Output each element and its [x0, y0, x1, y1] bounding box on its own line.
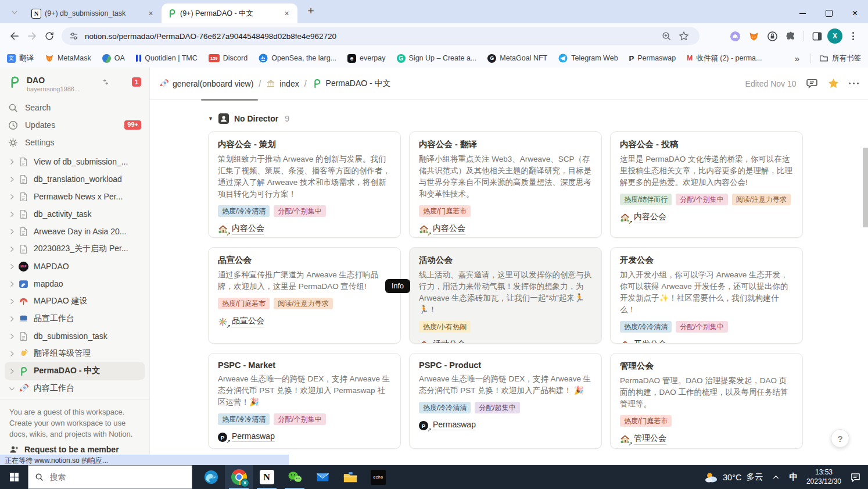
taskbar-search[interactable]: [28, 465, 192, 489]
bookmark-item[interactable]: M收件箱 (2) - perma...: [687, 53, 762, 63]
back-button[interactable]: [6, 27, 23, 45]
taskbar-app-chrome[interactable]: X: [225, 465, 253, 489]
more-options-icon[interactable]: [849, 83, 859, 85]
help-button[interactable]: ?: [831, 429, 849, 448]
window-close-button[interactable]: ×: [842, 3, 868, 23]
taskbar-app-echo[interactable]: echo: [364, 465, 392, 489]
bookmark-item[interactable]: MetaMask: [45, 53, 91, 63]
profile-avatar[interactable]: X: [827, 28, 842, 44]
taskbar-search-input[interactable]: [49, 472, 167, 482]
taskbar-app-notion[interactable]: N: [253, 465, 281, 489]
bookmark-item[interactable]: GSign Up – Create a...: [397, 54, 477, 63]
metamask-extension-button[interactable]: [745, 28, 762, 44]
breadcrumb-item[interactable]: general(onboard view): [159, 79, 253, 88]
sidebar-page-item[interactable]: 品宣工作台: [5, 310, 145, 327]
sidebar-page-item[interactable]: 20230823_关于启动 Per...: [5, 240, 145, 258]
sidebar-item-updates[interactable]: Updates 99+: [0, 116, 149, 134]
board-card[interactable]: 内容公会 - 策划 策划组致力于推动 Arweave 的创新与发展。我们汇集了视…: [208, 131, 401, 238]
card-page-link[interactable]: ↗ 内容公会: [620, 212, 793, 223]
tab-close-icon[interactable]: ×: [282, 9, 292, 19]
sidebar-page-item[interactable]: mapdao: [5, 275, 145, 292]
sidebar-item-settings[interactable]: Settings: [0, 134, 149, 151]
favorite-star-icon[interactable]: [827, 77, 840, 90]
bookmark-item[interactable]: GMetaGoal NFT: [487, 54, 547, 63]
card-page-link[interactable]: ↗ 管理公会: [620, 433, 793, 445]
comments-icon[interactable]: [806, 77, 818, 90]
bookmark-item[interactable]: Quotidien | TMC: [136, 54, 198, 62]
sidebar-page-item[interactable]: View of db_submission_...: [5, 153, 145, 170]
tray-expand-icon[interactable]: [772, 473, 780, 481]
ime-indicator[interactable]: 中: [789, 472, 798, 483]
zoom-button[interactable]: [658, 27, 675, 45]
phantom-extension-button[interactable]: [727, 28, 743, 44]
taskbar-app-mail[interactable]: [309, 465, 336, 489]
vertical-scrollbar-thumb[interactable]: [863, 148, 868, 227]
board-card[interactable]: 管理公会 PermaDAO 管理。DAO 治理提案发起，DAO 页面的构建，DA…: [610, 353, 803, 449]
sidebar-page-item[interactable]: 内容工作台: [5, 380, 145, 397]
sidebar-page-item-selected[interactable]: PermaDAO - 中文: [5, 362, 145, 380]
card-page-link[interactable]: ↗ 开发公会: [620, 339, 793, 344]
board-card[interactable]: 内容公会 - 翻译 翻译小组将重点关注 Web3、Arweave、SCP（存储共…: [409, 131, 602, 238]
board-card[interactable]: 品宣公会 通过多种宣传推广渠道为 Arweave 生态打响品牌，欢迎加入，这里是…: [208, 247, 401, 344]
tab-close-icon[interactable]: ×: [146, 9, 156, 19]
taskbar-app-file-explorer[interactable]: [336, 465, 364, 489]
window-minimize-button[interactable]: [790, 3, 816, 23]
sidebar-item-search[interactable]: Search: [0, 99, 149, 116]
bookmarks-overflow-button[interactable]: »: [795, 53, 799, 63]
board-card[interactable]: 开发公会 加入开发小组，你可以学习 Arweave 生态开发，你可以获得 Arw…: [610, 247, 803, 344]
card-page-link[interactable]: ↗ 内容公会: [419, 223, 592, 235]
sidebar-page-item[interactable]: db_activity_task: [5, 205, 145, 223]
bookmark-item[interactable]: eeverpay: [347, 54, 385, 63]
extensions-button[interactable]: [783, 28, 799, 44]
sidebar-page-item[interactable]: MAPDAO 建设: [5, 292, 145, 310]
browser-tab-inactive[interactable]: N (9+) db_submission_task ×: [26, 3, 162, 23]
action-center-icon[interactable]: [850, 472, 861, 483]
bookmark-item[interactable]: Telegram Web: [558, 53, 618, 63]
password-extension-button[interactable]: [764, 28, 780, 44]
tab-search-button[interactable]: [7, 5, 22, 20]
bookmark-item[interactable]: 159Discord: [209, 54, 248, 62]
link-arrow-icon: ↗: [226, 439, 231, 444]
taskbar-weather[interactable]: 30°C 多云: [704, 470, 763, 484]
new-tab-button[interactable]: +: [303, 3, 318, 19]
sidebar-page-item[interactable]: Arweave Day in Asia 20...: [5, 223, 145, 240]
taskbar-app-edge[interactable]: [197, 465, 225, 489]
sidebar-page-item[interactable]: 翻译组等级管理: [5, 345, 145, 362]
breadcrumb-item[interactable]: index: [266, 79, 299, 88]
clock[interactable]: 13:53 2023/12/30: [806, 468, 841, 486]
sidebar-page-item[interactable]: db_submission_task: [5, 327, 145, 345]
browser-menu-button[interactable]: [845, 28, 861, 44]
all-bookmarks-button[interactable]: 所有书签: [810, 53, 861, 63]
sidebar-page-item[interactable]: db_translation_workload: [5, 170, 145, 188]
reload-button[interactable]: [41, 27, 58, 45]
sidebar-page-item[interactable]: Permaweb News x Per...: [5, 188, 145, 205]
card-page-link[interactable]: ↗ 活动公会: [419, 339, 592, 344]
board-card[interactable]: PSPC - Product Arweave 生态唯一的跨链 DEX，支持 Ar…: [409, 353, 602, 449]
browser-tab-active[interactable]: (9+) PermaDAO - 中文 ×: [162, 3, 297, 23]
side-panel-button[interactable]: [809, 28, 825, 44]
forward-button[interactable]: [23, 27, 41, 45]
workspace-switcher[interactable]: DAO bayernsong1986... 1: [0, 72, 149, 96]
window-maximize-button[interactable]: [816, 3, 842, 23]
bookmark-item[interactable]: OpenSea, the larg...: [259, 53, 336, 63]
address-bar[interactable]: notion.so/permadao/PermaDAO-76e627a90445…: [62, 27, 700, 45]
board-card[interactable]: 内容公会 - 投稿 这里是 PermaDAO 文化传递的桥梁，你可以在这里投稿生…: [610, 131, 803, 238]
chevron-right-icon: [8, 315, 16, 323]
bookmark-item[interactable]: OA: [102, 54, 125, 63]
collapse-triangle-icon[interactable]: ▼: [208, 116, 213, 122]
board-card-hovered[interactable]: 活动公会 线上活动、嘉宾邀请，这里可以发挥你的创意与执行力，用活力来带动气氛！发…: [409, 247, 602, 344]
card-page-link[interactable]: ↗ 内容公会: [218, 223, 391, 235]
sidebar-page-item[interactable]: MAPMAPDAO: [5, 258, 145, 275]
chevron-right-icon: [8, 333, 16, 340]
card-page-link[interactable]: P↗ Permaswap: [419, 420, 592, 430]
board-group-header[interactable]: ▼ No Director 9: [208, 113, 868, 124]
breadcrumb-item-current[interactable]: PermaDAO - 中文: [312, 78, 391, 89]
start-button[interactable]: [0, 465, 28, 489]
taskbar-app-wechat[interactable]: [281, 465, 309, 489]
card-page-link[interactable]: ↗ 品宣公会: [218, 316, 391, 327]
bookmark-item[interactable]: 文翻译: [7, 53, 34, 63]
bookmark-item[interactable]: PPermaswap: [629, 54, 676, 63]
board-card[interactable]: PSPC - Market Arweave 生态唯一的跨链 DEX，支持 Arw…: [208, 353, 401, 449]
card-page-link[interactable]: P↗ Permaswap: [218, 431, 391, 442]
bookmark-page-button[interactable]: [675, 27, 693, 45]
